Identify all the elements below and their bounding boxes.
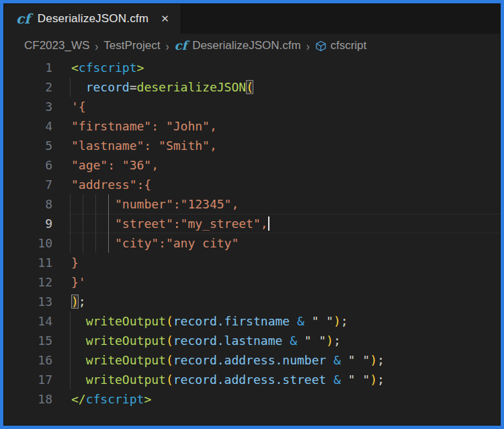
code-token: "number":"12345",	[115, 197, 239, 211]
code-token: ;	[377, 373, 384, 387]
line-number: 7	[4, 175, 69, 194]
line-number: 16	[4, 350, 69, 370]
text-cursor	[268, 217, 269, 231]
code-token: "address":{	[71, 178, 151, 192]
code-token: ;	[79, 295, 86, 309]
code-token: &	[333, 373, 341, 387]
code-token: ;	[377, 353, 384, 367]
coldfusion-icon: cf	[174, 40, 188, 52]
tab-label: DeserializeJSON.cfm	[38, 12, 149, 26]
code-line[interactable]: 9 "street":"my_street",	[4, 214, 500, 233]
code-token: record	[86, 80, 130, 94]
code-line[interactable]: 14 writeOutput(record.firstname & " ");	[4, 311, 500, 331]
code-token: <	[71, 61, 79, 75]
code-token: }'	[71, 275, 86, 289]
code-token: >	[144, 392, 151, 406]
code-token: (	[166, 314, 173, 328]
code-token: cfscript	[86, 392, 144, 406]
code-token	[71, 353, 86, 367]
line-number: 9	[4, 214, 69, 233]
line-number: 3	[4, 97, 69, 116]
line-number: 4	[4, 116, 69, 136]
code-token: (	[166, 353, 173, 367]
line-number: 11	[4, 253, 69, 272]
code-token: (	[166, 373, 173, 387]
code-token: )	[370, 373, 377, 387]
code-token	[71, 314, 86, 328]
indent-guide	[70, 311, 71, 389]
code-token: </	[71, 392, 86, 406]
code-line[interactable]: 16 writeOutput(record.address.number & "…	[4, 350, 500, 370]
code-line[interactable]: 1<cfscript>	[4, 58, 500, 77]
code-token	[326, 353, 333, 367]
indent-guide	[70, 77, 71, 97]
code-token: ;	[341, 314, 348, 328]
code-token: record.address.number	[173, 353, 327, 367]
code-token: &	[290, 334, 297, 348]
code-token: }	[71, 256, 79, 270]
code-token: cfscript	[79, 61, 137, 75]
code-line[interactable]: 10 "city":"any city"	[4, 233, 500, 253]
code-editor: 1<cfscript>2 record=deserializeJSON(3'{4…	[4, 58, 500, 425]
code-token: writeOutput	[86, 314, 166, 328]
code-line[interactable]: 13);	[4, 292, 500, 311]
code-line[interactable]: 12}'	[4, 272, 500, 292]
code-token: " "	[304, 314, 333, 328]
code-token: (	[166, 334, 173, 348]
line-number: 10	[4, 233, 69, 253]
code-line[interactable]: 15 writeOutput(record.lastname & " ");	[4, 331, 500, 350]
code-token: &	[333, 353, 341, 367]
tab-deserializejson[interactable]: cf DeserializeJSON.cfm ✕	[4, 4, 181, 34]
breadcrumb-item-file[interactable]: cf DeserializeJSON.cfm	[174, 39, 300, 52]
code-line[interactable]: 3'{	[4, 97, 500, 116]
code-token	[326, 373, 333, 387]
code-token: writeOutput	[86, 353, 166, 367]
line-number: 5	[4, 136, 69, 155]
indent-guide	[83, 194, 83, 253]
code-token: (	[246, 80, 253, 94]
code-line[interactable]: 2 record=deserializeJSON(	[4, 77, 500, 97]
code-token	[282, 334, 290, 348]
code-line[interactable]: 11}	[4, 253, 500, 272]
code-token: " "	[341, 373, 370, 387]
code-token: )	[370, 353, 377, 367]
code-token: &	[297, 314, 304, 328]
line-number: 8	[4, 194, 69, 214]
code-token: record.address.street	[173, 373, 327, 387]
indent-guide	[70, 194, 71, 253]
code-token	[71, 80, 86, 94]
breadcrumb: CF2023_WS › TestProject › cf Deserialize…	[4, 34, 500, 58]
code-lines: 1<cfscript>2 record=deserializeJSON(3'{4…	[4, 58, 500, 409]
code-token: >	[137, 61, 144, 75]
code-token	[290, 314, 297, 328]
close-icon[interactable]: ✕	[159, 11, 171, 26]
symbol-cube-icon	[315, 40, 327, 52]
code-token	[71, 334, 86, 348]
code-token: writeOutput	[86, 334, 166, 348]
breadcrumb-item-project[interactable]: TestProject	[103, 39, 160, 52]
line-number: 14	[4, 311, 69, 331]
code-line[interactable]: 4"firstname": "John",	[4, 116, 500, 136]
code-token: "street":"my_street",	[115, 217, 268, 231]
code-token: "firstname": "John",	[71, 119, 217, 133]
code-token: record.lastname	[173, 334, 283, 348]
chevron-right-icon: ›	[306, 38, 310, 52]
code-token: " "	[341, 353, 370, 367]
code-token: ;	[333, 334, 341, 348]
code-line[interactable]: 18</cfscript>	[4, 389, 500, 409]
code-token	[71, 373, 86, 387]
breadcrumb-item-workspace[interactable]: CF2023_WS	[24, 39, 89, 52]
line-number: 6	[4, 155, 69, 175]
code-line[interactable]: 5"lastname": "Smith",	[4, 136, 500, 155]
code-token: "age": "36",	[71, 158, 159, 172]
code-line[interactable]: 7"address":{	[4, 175, 500, 194]
code-token: writeOutput	[86, 373, 166, 387]
breadcrumb-item-symbol[interactable]: cfscript	[315, 39, 367, 52]
code-line[interactable]: 8 "number":"12345",	[4, 194, 500, 214]
code-line[interactable]: 6"age": "36",	[4, 155, 500, 175]
chevron-right-icon: ›	[95, 38, 98, 52]
code-line[interactable]: 17 writeOutput(record.address.street & "…	[4, 370, 500, 389]
line-number: 15	[4, 331, 69, 350]
line-number: 18	[4, 389, 69, 409]
code-token: deserializeJSON	[137, 80, 247, 94]
